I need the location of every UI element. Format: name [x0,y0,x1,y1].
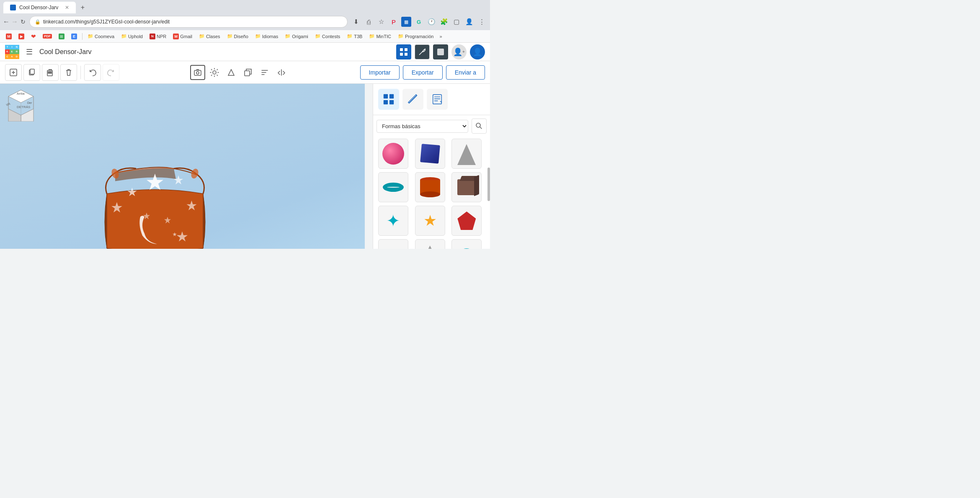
shape-star-teal[interactable]: ✦ [378,206,408,236]
svg-text:Der: Der [27,101,32,104]
paste-button[interactable] [42,64,59,81]
right-panel: Formas básicas [373,84,490,249]
bookmark-separator [82,33,83,40]
bracelet-object[interactable] [82,152,232,249]
bookmark-youtube[interactable]: ▶ [16,33,27,40]
project-title: Cool Densor-Jarv [39,48,391,56]
shape-star-yellow[interactable]: ★ [415,206,445,236]
more-icon[interactable]: ⋮ [477,17,487,27]
tab-title: Cool Densor-Jarv [19,5,58,10]
header-right: 👤+ 👤 [396,44,485,59]
bookmark-clases[interactable]: 📁 Clases [196,33,223,40]
bookmark-diseno[interactable]: 📁 Diseño [224,33,251,40]
copy-button[interactable] [23,64,40,81]
orientation-cube[interactable]: DETRÁS Izq Der Arriba [4,88,38,121]
bookmark-npr[interactable]: N NPR [147,33,169,40]
shape-icon[interactable] [224,65,239,80]
shapes-category-select[interactable]: Formas básicas [377,120,468,133]
bookmarks-bar: M ▶ ❤ PDF ⊞ E 📁 Coomeva 📁 Uphold N NPR M… [0,30,490,43]
active-tab[interactable]: Cool Densor-Jarv ✕ [3,2,76,13]
new-shape-button[interactable] [5,64,22,81]
redo-button[interactable] [103,64,119,81]
align-icon[interactable] [257,65,272,80]
more-bookmarks-icon[interactable]: » [438,34,444,39]
svg-rect-42 [384,100,388,104]
bookmark-contests[interactable]: 📁 Contests [312,33,343,40]
svg-marker-17 [8,109,21,121]
share-icon[interactable]: ⎙ [364,17,374,27]
add-user-button[interactable]: 👤+ [451,44,467,59]
svg-point-12 [196,72,199,74]
address-bar[interactable]: 🔒 tinkercad.com/things/g5SJ1ZYEGsI-cool-… [29,16,348,28]
reload-button[interactable]: ↻ [20,19,26,25]
shape-cylinder[interactable] [415,172,445,202]
mirror-icon[interactable] [274,65,289,80]
export-button[interactable]: Exportar [403,65,443,80]
bookmark-gmail[interactable]: M [3,33,14,40]
3d-viewport[interactable]: DETRÁS Izq Der Arriba [0,84,365,249]
bookmark-pdf[interactable]: PDF [40,33,54,39]
shape-prism[interactable] [415,239,445,249]
bookmark-programacion[interactable]: 📁 Programación [395,33,436,40]
shape-dome[interactable] [451,239,482,249]
shape-ring-brown[interactable] [378,239,408,249]
notes-view-button[interactable] [427,89,448,110]
download-icon[interactable]: ⬇ [351,17,361,27]
svg-rect-3 [405,53,407,56]
ext2-icon[interactable]: 🧩 [439,17,449,27]
bookmark-origami[interactable]: 📁 Origami [282,33,311,40]
bookmark-gmail2[interactable]: M Gmail [170,33,195,40]
svg-text:DETRÁS: DETRÁS [17,105,30,109]
shape-box[interactable] [451,172,482,202]
star-icon[interactable]: ☆ [376,17,386,27]
bookmark-idiomas[interactable]: 📁 Idiomas [253,33,281,40]
camera-icon[interactable] [190,65,205,80]
nav-controls: ← → ↻ [3,19,26,25]
bookmark-t3b[interactable]: 📁 T3B [344,33,365,40]
light-icon[interactable] [207,65,222,80]
pickaxe-button[interactable] [415,44,430,59]
user-icon[interactable]: 👤 [464,17,474,27]
dark-view-button[interactable] [433,44,448,59]
box-icon[interactable] [240,65,255,80]
app-header: T I N K E R C A D ☰ Cool Densor-Jarv [0,43,490,61]
main-toolbar: Importar Exportar Enviar a [0,61,490,84]
ruler-view-button[interactable] [402,89,423,110]
window-icon[interactable]: ▢ [451,17,462,27]
shape-sphere[interactable] [378,139,408,169]
svg-rect-9 [48,72,52,72]
shape-gem[interactable] [451,206,482,236]
shape-cone[interactable] [451,139,482,169]
url-text: tinkercad.com/things/g5SJ1ZYEGsI-cool-de… [43,19,170,25]
send-button[interactable]: Enviar a [446,65,485,80]
ext1-icon[interactable]: ▦ [401,17,411,27]
shape-torus[interactable] [378,172,408,202]
grid-view-button[interactable] [396,44,411,59]
clock-icon[interactable]: 🕐 [426,17,436,27]
menu-icon[interactable]: ☰ [26,47,33,57]
user-avatar[interactable]: 👤 [470,44,485,59]
new-tab-btn[interactable]: + [77,3,88,13]
bookmark-grid[interactable]: ⊞ [56,33,67,40]
forward-button[interactable]: → [12,19,18,25]
shapes-grid-view-button[interactable] [378,89,399,110]
shapes-scrollbar[interactable] [487,168,490,201]
svg-text:Arriba: Arriba [17,92,25,95]
grammarly-icon[interactable]: G [414,17,424,27]
pinterest-icon[interactable]: P [389,17,399,27]
import-button[interactable]: Importar [360,65,400,80]
back-button[interactable]: ← [3,19,9,25]
bookmark-coomeva[interactable]: 📁 Coomeva [85,33,117,40]
svg-rect-11 [194,70,201,75]
tinkercad-logo[interactable]: T I N K E R C A D [5,45,19,59]
bookmark-fav[interactable]: ❤ [28,32,39,41]
tab-close-icon[interactable]: ✕ [65,5,69,10]
undo-button[interactable] [84,64,101,81]
shapes-search-button[interactable] [472,119,487,134]
bookmark-mintic[interactable]: 📁 MinTIC [366,33,393,40]
shape-cube[interactable] [415,139,445,169]
bookmark-e[interactable]: E [69,33,80,40]
bookmark-uphold[interactable]: 📁 Uphold [119,33,145,40]
svg-point-38 [190,168,199,179]
delete-button[interactable] [60,64,77,81]
